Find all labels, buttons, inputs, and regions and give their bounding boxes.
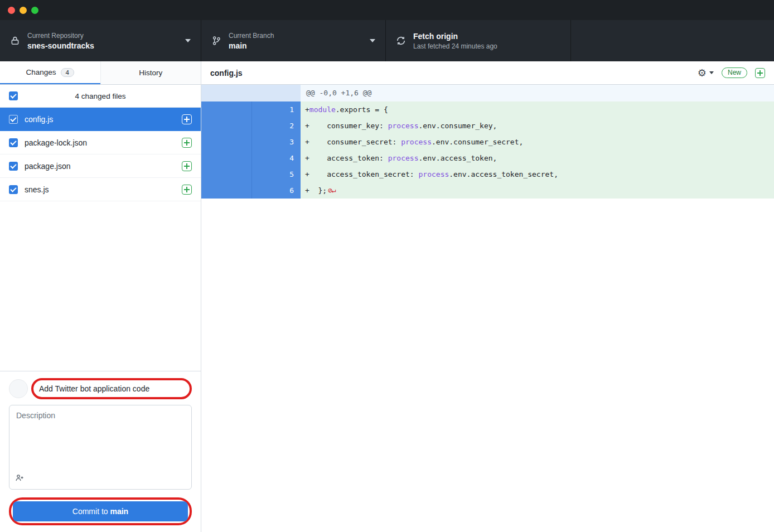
- annotation-ring-summary: [31, 378, 192, 399]
- file-row-config-js[interactable]: config.js: [0, 108, 201, 131]
- added-file-plus-icon[interactable]: [182, 114, 192, 124]
- content: Changes 4 History 4 changed files config…: [0, 61, 774, 532]
- file-checkbox[interactable]: [9, 138, 18, 147]
- diff-gutter-old: [201, 182, 252, 199]
- diff-gutter-old: [201, 134, 252, 150]
- diff-code-line: + consumer_secret: process.env.consumer_…: [301, 134, 774, 150]
- diff-file-title: config.js: [210, 69, 243, 78]
- github-desktop-window: Current Repository snes-soundtracks Curr…: [0, 0, 774, 532]
- commit-description-input[interactable]: [9, 405, 191, 468]
- tab-history[interactable]: History: [100, 61, 201, 84]
- toolbar: Current Repository snes-soundtracks Curr…: [0, 20, 774, 61]
- chevron-down-icon: [185, 39, 191, 42]
- tab-changes-label: Changes: [26, 68, 56, 76]
- added-file-plus-icon[interactable]: [182, 161, 192, 171]
- repository-name: snes-soundtracks: [27, 41, 94, 50]
- diff-line: 3 + consumer_secret: process.env.consume…: [201, 134, 774, 150]
- commit-summary-row: [9, 378, 192, 399]
- diff-gutter-new: 1: [252, 101, 301, 118]
- titlebar: [0, 0, 774, 20]
- tab-history-label: History: [139, 69, 162, 77]
- added-file-plus-icon[interactable]: [182, 138, 192, 148]
- diff-file-header: config.js ⚙ New: [201, 61, 774, 85]
- diff-code-line: + access_token_secret: process.env.acces…: [301, 166, 774, 182]
- diff-gutter-new: 2: [252, 118, 301, 134]
- sidebar: Changes 4 History 4 changed files config…: [0, 61, 201, 532]
- changed-files-count: 4 changed files: [18, 92, 183, 100]
- commit-description-box: [9, 405, 192, 490]
- diff-line: 4 + access_token: process.env.access_tok…: [201, 150, 774, 166]
- diff-gutter-old: [201, 101, 252, 118]
- diff-line: 1 +module.exports = {: [201, 101, 774, 118]
- changes-count-badge: 4: [61, 68, 74, 77]
- diff-gutter-new: 5: [252, 166, 301, 182]
- file-row-snes-js[interactable]: snes.js: [0, 178, 201, 201]
- sidebar-tabbar: Changes 4 History: [0, 61, 201, 85]
- minimize-window-button[interactable]: [20, 7, 27, 14]
- diff-code-line: +module.exports = {: [301, 101, 774, 118]
- new-file-badge: New: [722, 67, 747, 78]
- chevron-down-icon: [370, 39, 375, 42]
- diff-line: 6 + };⊘↵: [201, 182, 774, 199]
- file-row-package-lock-json[interactable]: package-lock.json: [0, 131, 201, 154]
- avatar: [9, 379, 28, 398]
- diff-line: 5 + access_token_secret: process.env.acc…: [201, 166, 774, 182]
- file-checkbox[interactable]: [9, 162, 18, 171]
- diff-code-line: + };⊘↵: [301, 182, 774, 199]
- commit-button-branch: main: [110, 507, 129, 516]
- added-file-plus-icon[interactable]: [182, 185, 192, 195]
- file-name: package-lock.json: [25, 138, 175, 147]
- fetch-origin-button[interactable]: Fetch origin Last fetched 24 minutes ago: [386, 20, 571, 61]
- hunk-header-text: @@ -0,0 +1,6 @@: [301, 85, 774, 101]
- commit-form: Commit to main: [0, 371, 201, 532]
- diff-options-button[interactable]: ⚙: [698, 68, 714, 78]
- select-all-checkbox[interactable]: [9, 91, 18, 100]
- fetch-label: Fetch origin: [413, 32, 497, 41]
- changed-files-header: 4 changed files: [0, 85, 201, 108]
- branch-name: main: [229, 41, 274, 50]
- commit-button[interactable]: Commit to main: [13, 501, 188, 521]
- diff-line: 2 + consumer_key: process.env.consumer_k…: [201, 118, 774, 134]
- commit-button-prefix: Commit to: [72, 507, 110, 516]
- fetch-status: Last fetched 24 minutes ago: [413, 42, 497, 50]
- add-coauthor-icon[interactable]: [15, 473, 24, 485]
- diff-panel: config.js ⚙ New @@ -0,0 +1,6 @@: [201, 61, 774, 532]
- file-name: config.js: [25, 115, 175, 124]
- hunk-gutter: [201, 85, 301, 101]
- file-name: package.json: [25, 162, 175, 171]
- diff-gutter-new: 4: [252, 150, 301, 166]
- diff-gutter-new: 3: [252, 134, 301, 150]
- git-branch-icon: [211, 35, 221, 46]
- sidebar-spacer: [0, 201, 201, 371]
- diff-gutter-new: 6: [252, 182, 301, 199]
- current-repository-dropdown[interactable]: Current Repository snes-soundtracks: [0, 20, 201, 61]
- close-window-button[interactable]: [8, 7, 15, 14]
- zoom-window-button[interactable]: [31, 7, 38, 14]
- file-checkbox[interactable]: [9, 115, 18, 124]
- diff-header-actions: ⚙ New: [698, 67, 765, 78]
- diff-code-line: + consumer_key: process.env.consumer_key…: [301, 118, 774, 134]
- added-file-plus-icon[interactable]: [755, 68, 765, 78]
- diff-gutter-old: [201, 118, 252, 134]
- diff-view: @@ -0,0 +1,6 @@ 1 +module.exports = { 2 …: [201, 85, 774, 532]
- no-newline-icon: ⊘↵: [328, 186, 336, 195]
- hunk-header-row: @@ -0,0 +1,6 @@: [201, 85, 774, 101]
- repository-label: Current Repository: [27, 32, 94, 40]
- file-row-package-json[interactable]: package.json: [0, 154, 201, 178]
- repository-lock-icon: [10, 35, 20, 46]
- commit-summary-input[interactable]: [35, 380, 188, 397]
- file-checkbox[interactable]: [9, 185, 18, 194]
- diff-code-line: + access_token: process.env.access_token…: [301, 150, 774, 166]
- annotation-ring-commit: Commit to main: [9, 497, 192, 525]
- branch-label: Current Branch: [229, 32, 274, 40]
- sync-icon: [396, 36, 406, 46]
- diff-gutter-old: [201, 166, 252, 182]
- file-name: snes.js: [25, 185, 175, 194]
- current-branch-dropdown[interactable]: Current Branch main: [201, 20, 386, 61]
- chevron-down-icon: [709, 71, 714, 74]
- gear-icon: ⚙: [698, 68, 707, 78]
- diff-gutter-old: [201, 150, 252, 166]
- tab-changes[interactable]: Changes 4: [0, 61, 100, 84]
